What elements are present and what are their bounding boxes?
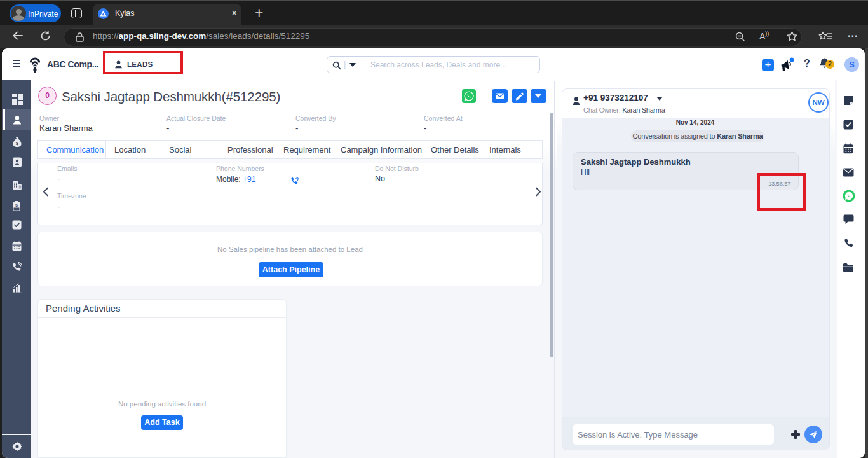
svg-text:$: $ [15, 203, 18, 208]
svg-text:$: $ [16, 141, 19, 146]
